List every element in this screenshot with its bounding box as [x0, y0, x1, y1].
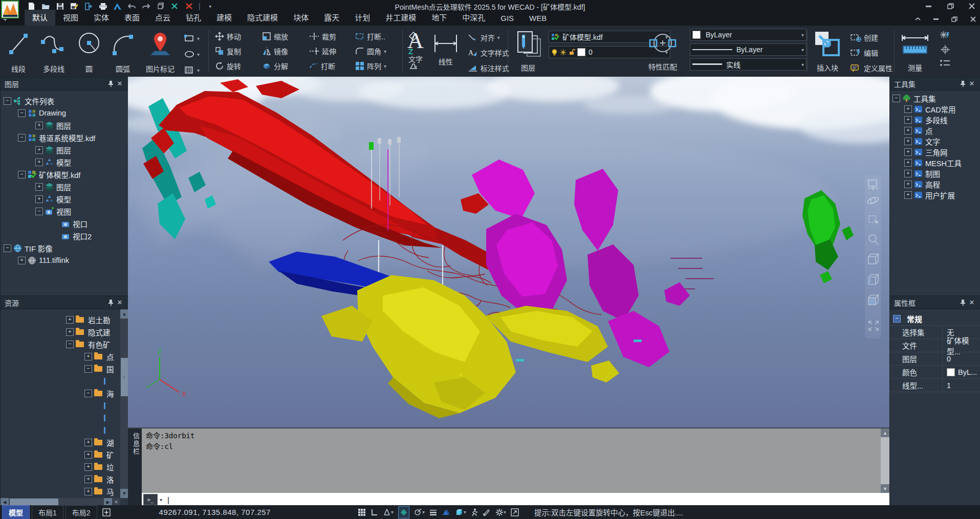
expander-icon[interactable]: + — [35, 159, 43, 166]
expander-icon[interactable]: + — [84, 488, 92, 495]
text-button[interactable]: A 文字 ▼ — [407, 29, 424, 75]
settings-gear-icon[interactable]: ▾ — [495, 507, 506, 517]
tree-item-file-list[interactable]: −文件列表 — [1, 95, 128, 107]
linetype-select[interactable]: ByLayer▾ — [690, 43, 807, 56]
linear-dim-button[interactable]: 线性 — [432, 29, 460, 75]
lineweight-toggle-icon[interactable] — [429, 507, 437, 517]
resource-item[interactable]: −有色矿 — [1, 338, 120, 350]
array-button[interactable]: 阵列▾ — [355, 59, 408, 73]
osnap-toggle-icon[interactable] — [398, 506, 409, 518]
restore-button[interactable] — [945, 2, 955, 10]
tab-solid[interactable]: 实体 — [86, 10, 117, 26]
app-logo[interactable] — [1, 1, 19, 22]
collapse-ribbon-button[interactable] — [912, 15, 923, 23]
tree-item-views[interactable]: −视图 — [1, 205, 128, 217]
resource-item[interactable]: +湖 — [1, 436, 120, 448]
property-row-color[interactable]: 颜色 ByL... — [890, 365, 980, 378]
tree-item-layers[interactable]: +图层 — [1, 144, 128, 156]
resource-item[interactable]: +隐式建 — [1, 326, 120, 338]
expander-icon[interactable]: + — [35, 146, 43, 154]
toolset-item-text[interactable]: +文字 — [890, 136, 980, 147]
picture-marker-button[interactable]: 图片标记 — [143, 29, 177, 77]
scale-button[interactable]: 缩放 — [262, 30, 309, 43]
command-log[interactable]: 命令:3dorbit 命令:cl — [142, 428, 889, 497]
line-button[interactable]: 线段 — [5, 29, 32, 77]
resource-item[interactable]: +点 — [1, 350, 120, 363]
rectangle-tool[interactable]: ▾ — [184, 32, 200, 45]
toolset-item-user-ext[interactable]: +用户扩展 — [890, 190, 980, 200]
expander-icon[interactable]: − — [84, 365, 92, 373]
expander-icon[interactable]: + — [904, 105, 912, 113]
doc-restore-button[interactable] — [949, 15, 960, 23]
ortho-toggle-icon[interactable] — [371, 507, 378, 517]
expander-icon[interactable]: + — [904, 170, 912, 177]
grid-toggle-icon[interactable] — [358, 507, 366, 517]
run-icon[interactable] — [471, 507, 478, 517]
expander-icon[interactable]: + — [904, 180, 912, 188]
tab-underground[interactable]: 地下 — [424, 10, 454, 26]
tree-item-viewport1[interactable]: +视口 — [1, 217, 128, 230]
tree-item-ore-model[interactable]: −矿体模型.kdf — [1, 168, 128, 180]
ellipse-tool[interactable]: ▾ — [184, 48, 200, 61]
tab-model[interactable]: 模型 — [2, 505, 30, 519]
collapse-icon[interactable]: − — [893, 315, 901, 323]
minimize-button[interactable] — [924, 2, 934, 10]
tab-openpit[interactable]: 露天 — [316, 10, 347, 26]
expander-icon[interactable]: − — [4, 97, 11, 105]
close-icon[interactable]: ✕ — [115, 79, 124, 88]
fillet-button[interactable]: 圆角▾ — [355, 44, 408, 58]
command-log-scrollbar[interactable]: ▲ ▼ — [881, 428, 889, 493]
extend-button[interactable]: 延伸 — [309, 44, 355, 58]
close-icon[interactable]: ✕ — [112, 498, 120, 506]
tab-modeling[interactable]: 建模 — [209, 10, 239, 26]
pin-icon[interactable] — [958, 79, 967, 88]
expander-icon[interactable]: + — [35, 195, 43, 203]
tab-gis[interactable]: GIS — [493, 12, 521, 26]
lineweight-select[interactable]: 实线▾ — [690, 58, 807, 71]
info-bar-tab[interactable]: 信息栏 — [128, 428, 142, 506]
tab-drillhole[interactable]: 钻孔 — [178, 10, 209, 26]
viewport-3d[interactable]: Z X — [128, 77, 889, 427]
expander-icon[interactable]: + — [904, 138, 912, 145]
toolset-item-drafting[interactable]: +制图 — [890, 168, 980, 179]
dim-style-button[interactable]: 标注样式 — [468, 61, 509, 75]
tree-item-model[interactable]: +模型 — [1, 156, 128, 168]
tab-layout2[interactable]: 布局2 — [66, 505, 97, 519]
explode-button[interactable]: 分解 — [262, 59, 309, 73]
point-measure-icon[interactable] — [939, 44, 951, 55]
trim-button[interactable]: 裁剪 — [309, 30, 355, 43]
visual-style-cube-icon[interactable]: ▾ — [455, 507, 466, 517]
expander-icon[interactable]: − — [35, 208, 43, 215]
align-button[interactable]: 对齐▾ — [468, 31, 509, 44]
close-icon[interactable]: ✕ — [115, 298, 124, 307]
expander-icon[interactable]: + — [84, 463, 92, 471]
expander-icon[interactable]: + — [66, 316, 74, 324]
expander-icon[interactable]: − — [66, 341, 74, 348]
toolset-item-cad[interactable]: +CAD常用 — [890, 104, 980, 115]
add-layout-button[interactable] — [102, 507, 111, 517]
toolset-item-polyline[interactable]: +多段线 — [890, 115, 980, 125]
doc-close-button[interactable] — [968, 15, 978, 23]
pin-icon[interactable] — [106, 79, 115, 88]
property-row-layer[interactable]: 图层 0 — [890, 352, 980, 365]
expander-icon[interactable]: + — [84, 476, 92, 483]
toolset-root[interactable]: −工具集 — [890, 93, 980, 104]
resource-item[interactable]: +垃 — [1, 461, 120, 473]
tab-layout1[interactable]: 布局1 — [32, 505, 63, 519]
hatch-tool[interactable]: ▾ — [184, 63, 200, 77]
command-input-caret[interactable]: | — [167, 495, 169, 504]
tab-block[interactable]: 块体 — [286, 10, 316, 26]
close-icon[interactable]: ✕ — [967, 79, 976, 88]
tree-item-tiflink[interactable]: +111.tiflink — [1, 254, 128, 266]
tab-surface[interactable]: 表面 — [117, 10, 147, 26]
resource-item[interactable]: +马 — [1, 485, 120, 498]
polyline-button[interactable]: 多段线 — [39, 29, 69, 77]
tab-default[interactable]: 默认 — [25, 10, 55, 26]
fullscreen-toggle-icon[interactable] — [511, 507, 519, 517]
expander-icon[interactable]: + — [904, 191, 912, 199]
expander-icon[interactable]: − — [892, 95, 900, 102]
doc-minimize-button[interactable] — [931, 15, 941, 23]
close-button[interactable] — [967, 2, 977, 10]
layers-button[interactable]: 图层 — [514, 29, 542, 73]
tree-item-model[interactable]: +模型 — [1, 193, 128, 205]
